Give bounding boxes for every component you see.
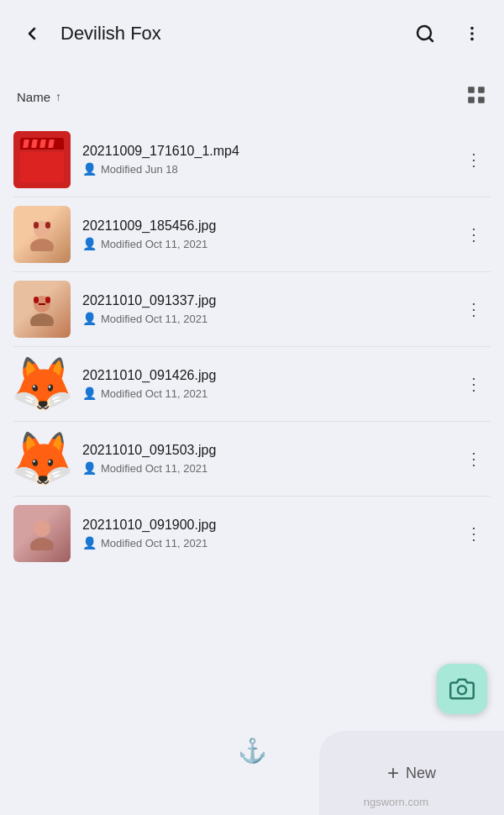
svg-rect-12 bbox=[45, 222, 50, 229]
more-options-button[interactable] bbox=[454, 15, 491, 52]
search-button[interactable] bbox=[407, 15, 444, 52]
file-info: 20211010_091900.jpg 👤 Modified Oct 11, 2… bbox=[82, 518, 445, 549]
svg-rect-8 bbox=[478, 97, 485, 103]
svg-point-10 bbox=[30, 239, 54, 251]
file-info: 20211010_091337.jpg 👤 Modified Oct 11, 2… bbox=[82, 293, 445, 325]
file-modified: Modified Oct 11, 2021 bbox=[101, 313, 207, 325]
file-meta: 👤 Modified Oct 11, 2021 bbox=[82, 312, 445, 325]
thumb-image bbox=[13, 206, 71, 263]
grid-view-button[interactable] bbox=[465, 84, 487, 109]
top-bar: Devilish Fox bbox=[0, 0, 504, 67]
file-thumbnail bbox=[13, 505, 71, 562]
back-button[interactable] bbox=[13, 15, 50, 52]
list-item[interactable]: 20211009_185456.jpg 👤 Modified Oct 11, 2… bbox=[0, 197, 504, 271]
page-title: Devilish Fox bbox=[60, 23, 396, 45]
shared-icon: 👤 bbox=[82, 162, 97, 176]
sort-label-text: Name bbox=[17, 90, 50, 104]
svg-rect-5 bbox=[468, 87, 475, 93]
file-info: 20211009_185456.jpg 👤 Modified Oct 11, 2… bbox=[82, 218, 445, 250]
drag-indicator: ⚓ bbox=[238, 737, 267, 765]
file-meta: 👤 Modified Oct 11, 2021 bbox=[82, 386, 445, 400]
camera-fab-button[interactable] bbox=[437, 664, 487, 714]
fox-emoji: 🦊 bbox=[13, 358, 71, 410]
svg-point-2 bbox=[470, 27, 474, 30]
file-info: 20211010_091426.jpg 👤 Modified Oct 11, 2… bbox=[82, 368, 445, 400]
new-label: New bbox=[406, 765, 436, 782]
svg-point-4 bbox=[470, 38, 474, 41]
shared-icon: 👤 bbox=[82, 312, 97, 325]
file-info: 20211009_171610_1.mp4 👤 Modified Jun 18 bbox=[82, 144, 445, 176]
file-more-button[interactable]: ⋮ bbox=[457, 292, 491, 326]
file-modified: Modified Oct 11, 2021 bbox=[101, 462, 207, 475]
file-meta: 👤 Modified Oct 11, 2021 bbox=[82, 237, 445, 250]
file-name: 20211010_091503.jpg bbox=[82, 443, 445, 458]
shared-icon: 👤 bbox=[82, 461, 97, 475]
sort-arrow-icon: ↑ bbox=[55, 90, 61, 103]
file-more-button[interactable]: ⋮ bbox=[457, 218, 491, 251]
file-modified: Modified Oct 11, 2021 bbox=[101, 387, 207, 400]
sort-name-button[interactable]: Name ↑ bbox=[17, 90, 61, 104]
file-modified: Modified Oct 11, 2021 bbox=[101, 238, 207, 250]
list-item[interactable]: 🦊 20211010_091503.jpg 👤 Modified Oct 11,… bbox=[0, 422, 504, 496]
svg-point-3 bbox=[470, 32, 474, 35]
svg-rect-11 bbox=[34, 222, 39, 229]
file-more-button[interactable]: ⋮ bbox=[457, 367, 491, 401]
file-meta: 👤 Modified Oct 11, 2021 bbox=[82, 461, 445, 475]
file-modified: Modified Oct 11, 2021 bbox=[101, 537, 207, 549]
svg-point-19 bbox=[30, 538, 54, 550]
file-more-button[interactable]: ⋮ bbox=[457, 143, 491, 176]
watermark: ngsworn.com bbox=[364, 796, 428, 808]
watermark-text: ngsworn.com bbox=[364, 796, 428, 808]
file-meta: 👤 Modified Oct 11, 2021 bbox=[82, 536, 445, 549]
file-name: 20211010_091337.jpg bbox=[82, 293, 445, 308]
svg-line-1 bbox=[429, 38, 433, 41]
svg-point-14 bbox=[30, 313, 54, 326]
file-thumbnail bbox=[13, 281, 71, 338]
file-thumbnail: 🦊 bbox=[13, 430, 71, 487]
shared-icon: 👤 bbox=[82, 536, 97, 549]
file-thumbnail bbox=[13, 206, 71, 263]
file-list: 20211009_171610_1.mp4 👤 Modified Jun 18 … bbox=[0, 116, 504, 577]
shared-icon: 👤 bbox=[82, 386, 97, 400]
svg-rect-15 bbox=[34, 297, 39, 303]
plus-icon: + bbox=[387, 761, 399, 785]
thumb-image bbox=[13, 281, 71, 338]
svg-rect-7 bbox=[468, 97, 475, 103]
svg-point-20 bbox=[458, 686, 466, 694]
svg-rect-16 bbox=[45, 297, 50, 303]
list-item[interactable]: 20211010_091337.jpg 👤 Modified Oct 11, 2… bbox=[0, 272, 504, 346]
new-button[interactable]: + New bbox=[387, 761, 436, 785]
list-item[interactable]: 20211010_091900.jpg 👤 Modified Oct 11, 2… bbox=[0, 497, 504, 570]
file-info: 20211010_091503.jpg 👤 Modified Oct 11, 2… bbox=[82, 443, 445, 475]
svg-point-18 bbox=[34, 520, 50, 537]
file-name: 20211010_091426.jpg bbox=[82, 368, 445, 383]
file-modified: Modified Jun 18 bbox=[101, 163, 178, 176]
thumb-image bbox=[13, 505, 71, 562]
list-item[interactable]: 20211009_171610_1.mp4 👤 Modified Jun 18 … bbox=[0, 123, 504, 197]
file-name: 20211010_091900.jpg bbox=[82, 518, 445, 533]
file-thumbnail: 🦊 bbox=[13, 355, 71, 413]
file-meta: 👤 Modified Jun 18 bbox=[82, 162, 445, 176]
file-more-button[interactable]: ⋮ bbox=[457, 517, 491, 550]
file-more-button[interactable]: ⋮ bbox=[457, 442, 491, 476]
file-name: 20211009_185456.jpg bbox=[82, 218, 445, 234]
fox-emoji: 🦊 bbox=[13, 433, 71, 485]
list-item[interactable]: 🦊 20211010_091426.jpg 👤 Modified Oct 11,… bbox=[0, 347, 504, 421]
file-name: 20211009_171610_1.mp4 bbox=[82, 144, 445, 159]
svg-rect-6 bbox=[478, 87, 485, 93]
shared-icon: 👤 bbox=[82, 237, 97, 250]
sort-bar: Name ↑ bbox=[0, 74, 504, 116]
file-thumbnail bbox=[13, 131, 71, 188]
